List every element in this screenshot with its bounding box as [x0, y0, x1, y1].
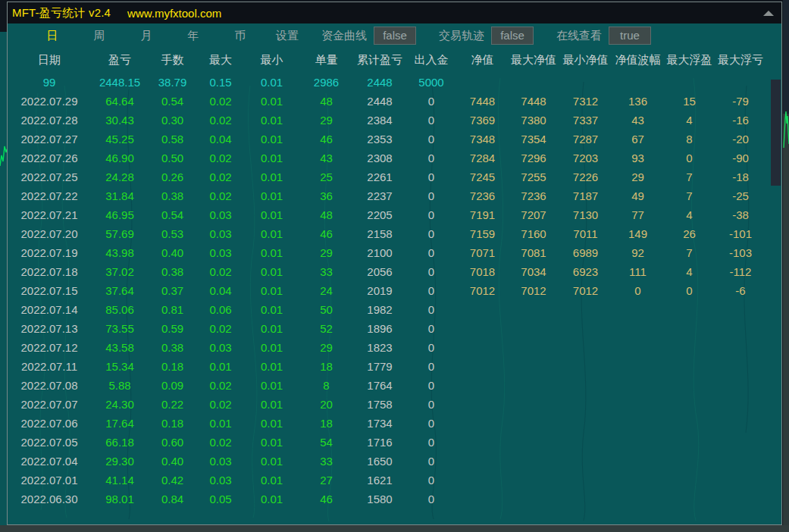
tab-4[interactable]: 年: [170, 29, 217, 43]
window-bottom-edge: [0, 525, 789, 532]
toggle-group-1: 资金曲线false: [321, 27, 416, 45]
table-cell: 73.55: [91, 322, 149, 335]
table-cell: 6923: [559, 265, 612, 278]
table-cell: 0.02: [196, 152, 245, 164]
table-cell: 7255: [508, 171, 559, 183]
table-cell: 2158: [354, 227, 405, 240]
table-cell: 0.01: [245, 208, 299, 221]
table-cell: 0.01: [245, 303, 299, 316]
table-cell: 7312: [559, 95, 612, 108]
table-cell: 2022.07.20: [8, 227, 91, 240]
table-cell: 29: [612, 171, 664, 183]
table-cell: 0.58: [149, 133, 196, 146]
table-cell: 2022.07.22: [8, 189, 91, 202]
scrollbar-thumb[interactable]: [771, 80, 781, 186]
toggle-button[interactable]: false: [491, 27, 534, 45]
table-cell: 7018: [457, 265, 508, 278]
table-cell: 0.03: [196, 227, 245, 240]
table-cell: 30.43: [91, 114, 149, 127]
table-cell: 0.04: [196, 133, 245, 146]
table-row: 2022.07.0724.300.220.020.012017580: [8, 395, 781, 414]
table-cell: -90: [715, 152, 766, 164]
table-cell: 85.06: [91, 303, 149, 316]
table-cell: 0.02: [196, 189, 245, 202]
table-row: 2022.07.0566.180.600.020.015417160: [8, 433, 781, 452]
table-cell: 0.01: [196, 417, 245, 430]
table-cell: 7012: [508, 284, 559, 297]
table-cell: 0.09: [149, 379, 196, 392]
column-header: 最大浮盈: [664, 53, 715, 67]
table-cell: 7369: [457, 114, 508, 127]
table-cell: 29.30: [91, 455, 149, 468]
table-cell: 1823: [354, 341, 405, 354]
table-cell: 0.26: [149, 171, 196, 183]
table-cell: 7: [664, 246, 715, 259]
table-cell: 0.01: [245, 341, 299, 354]
collapse-triangle-icon[interactable]: [763, 11, 774, 16]
table-row: 2022.07.1485.060.810.060.015019820: [8, 300, 781, 319]
table-cell: 8: [664, 133, 715, 146]
column-header: 净值: [457, 53, 508, 67]
table-cell: 0.30: [149, 114, 196, 127]
tab-3[interactable]: 月: [123, 29, 170, 43]
table-cell: 0.01: [245, 417, 299, 430]
table-cell: 0.38: [149, 265, 196, 278]
column-header: 手数: [149, 53, 196, 67]
table-cell: 7: [664, 189, 715, 202]
table-cell: 7187: [559, 189, 612, 202]
table-cell: 2308: [354, 152, 405, 164]
table-cell: 1896: [354, 322, 405, 335]
table-cell: 2448: [354, 76, 405, 89]
table-cell: 0.81: [149, 303, 196, 316]
table-cell: 38.79: [149, 76, 196, 89]
panel-title: MFT-盈亏统计 v2.4: [12, 6, 111, 20]
table-cell: 1650: [354, 455, 405, 468]
table-cell: -101: [715, 227, 766, 240]
table-cell: 7245: [457, 171, 508, 183]
table-cell: 45.25: [91, 133, 149, 146]
table-cell: 7034: [508, 265, 559, 278]
table-cell: 2384: [354, 114, 405, 127]
toggle-label: 交易轨迹: [439, 29, 484, 43]
table-cell: 0: [405, 417, 457, 430]
table-row: 2022.07.0141.140.420.030.012716210: [8, 471, 781, 490]
table-cell: 46: [299, 493, 354, 505]
table-cell: 7236: [508, 189, 559, 202]
toggle-group-3: 在线查看true: [556, 27, 651, 45]
table-cell: 0.01: [245, 246, 299, 259]
table-cell: 18: [299, 417, 354, 430]
table-row: 2022.07.2057.690.530.030.014621580715971…: [8, 224, 781, 243]
table-cell: -103: [715, 246, 766, 259]
website-link[interactable]: www.myfxtool.com: [127, 7, 221, 20]
table-cell: 0: [405, 246, 457, 259]
table-cell: 0.40: [149, 455, 196, 468]
column-header: 日期: [8, 53, 91, 67]
table-cell: 2022.07.08: [8, 379, 91, 392]
table-cell: 0: [664, 284, 715, 297]
tab-6[interactable]: 设置: [264, 29, 311, 43]
table-cell: 26: [664, 227, 715, 240]
table-cell: 149: [612, 227, 664, 240]
table-cell: 7448: [457, 95, 508, 108]
column-header: 净值波幅: [612, 53, 664, 67]
table-cell: 0.01: [245, 436, 299, 449]
table-cell: 17.64: [91, 417, 149, 430]
table-cell: 36: [299, 189, 354, 202]
table-cell: 0: [405, 436, 457, 449]
table-cell: 0.03: [196, 246, 245, 259]
toggle-button[interactable]: false: [374, 27, 416, 45]
title-bar: MFT-盈亏统计 v2.4 www.myfxtool.com: [8, 2, 781, 23]
toggle-button[interactable]: true: [609, 27, 651, 45]
tab-2[interactable]: 周: [76, 29, 123, 43]
column-header: 最大浮亏: [715, 53, 766, 67]
table-cell: 0.01: [245, 379, 299, 392]
toggle-label: 资金曲线: [321, 29, 367, 43]
tab-5[interactable]: 币: [217, 29, 264, 43]
table-cell: -16: [715, 114, 766, 127]
menu-row: 日周月年币设置 资金曲线false交易轨迹false在线查看true: [8, 23, 781, 48]
table-cell: 0: [405, 265, 457, 278]
table-row: 2022.07.0429.300.400.030.013316500: [8, 452, 781, 471]
table-cell: 0: [405, 379, 457, 392]
table-cell: 29: [299, 114, 354, 127]
tab-1[interactable]: 日: [29, 29, 76, 43]
